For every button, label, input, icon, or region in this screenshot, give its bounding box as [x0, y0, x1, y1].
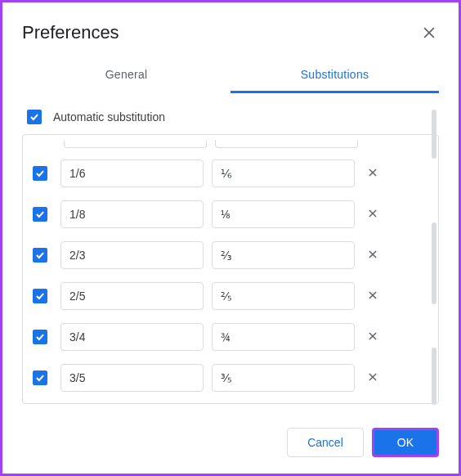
substitution-checkbox[interactable] [33, 166, 47, 181]
delete-row-button[interactable] [363, 206, 383, 223]
delete-row-button[interactable] [363, 165, 383, 182]
close-icon [367, 371, 378, 383]
scrollbar-thumb[interactable] [432, 222, 436, 304]
substitution-row: 1/6 ⅙ [31, 153, 430, 194]
substitution-checkbox[interactable] [33, 370, 47, 385]
delete-row-button[interactable] [363, 247, 383, 264]
replace-input[interactable]: 3/4 [60, 323, 204, 351]
check-icon [34, 168, 46, 179]
check-icon [34, 372, 46, 384]
close-icon [367, 208, 378, 219]
scrollbar-thumb[interactable] [432, 348, 436, 405]
close-icon [367, 330, 378, 342]
with-input[interactable]: ⅙ [212, 159, 355, 187]
auto-substitution-label: Automatic substitution [53, 110, 165, 123]
substitution-row: 2/3 ⅔ [31, 235, 430, 276]
replace-input[interactable]: 2/5 [60, 282, 204, 310]
dialog-title: Preferences [22, 22, 119, 43]
substitutions-rows[interactable]: 1/6 ⅙ 1/8 ⅛ 2/3 ⅔ [23, 135, 438, 404]
substitution-checkbox[interactable] [33, 289, 47, 303]
with-input[interactable]: ⅛ [212, 200, 355, 228]
close-icon [367, 249, 378, 260]
replace-input[interactable]: 1/6 [60, 159, 204, 187]
with-input[interactable]: ¾ [212, 323, 355, 351]
replace-input[interactable]: 3/5 [60, 364, 204, 392]
substitution-checkbox[interactable] [33, 248, 47, 263]
check-icon [34, 249, 46, 261]
auto-substitution-row: Automatic substitution [22, 110, 439, 124]
check-icon [34, 331, 46, 343]
substitution-checkbox[interactable] [33, 207, 47, 222]
check-icon [29, 111, 40, 123]
delete-row-button[interactable] [363, 288, 383, 305]
check-icon [34, 290, 46, 302]
substitutions-table: 1/6 ⅙ 1/8 ⅛ 2/3 ⅔ [22, 134, 439, 404]
close-icon [367, 167, 378, 178]
delete-row-button[interactable] [363, 370, 383, 387]
close-icon [421, 25, 437, 41]
preferences-dialog: Preferences General Substitutions Automa… [2, 2, 459, 474]
auto-substitution-checkbox[interactable] [27, 110, 42, 124]
replace-input-partial[interactable] [64, 140, 207, 148]
check-icon [34, 209, 46, 220]
substitution-row: 1/8 ⅛ [31, 194, 430, 235]
with-input-partial[interactable] [215, 140, 358, 148]
cancel-button[interactable]: Cancel [287, 428, 364, 457]
partial-row-bottom [31, 398, 430, 404]
close-icon [367, 290, 378, 301]
substitution-checkbox[interactable] [33, 330, 47, 344]
with-input[interactable]: ⅖ [212, 282, 355, 310]
ok-button[interactable]: OK [372, 428, 439, 457]
partial-row-top [31, 141, 430, 153]
tab-substitutions[interactable]: Substitutions [230, 58, 439, 93]
delete-row-button[interactable] [363, 329, 383, 346]
dialog-header: Preferences [22, 22, 439, 43]
dialog-footer: Cancel OK [22, 411, 439, 474]
substitution-row: 3/4 ¾ [31, 317, 430, 357]
with-input[interactable]: ⅔ [212, 241, 355, 269]
close-button[interactable] [419, 23, 439, 43]
substitution-row: 3/5 ⅗ [31, 357, 430, 398]
with-input[interactable]: ⅗ [212, 364, 355, 392]
scrollbar-thumb[interactable] [432, 110, 436, 159]
tabs: General Substitutions [22, 58, 439, 93]
content-area: Automatic substitution 1/6 ⅙ [22, 110, 439, 411]
replace-input[interactable]: 1/8 [60, 200, 204, 228]
tab-general[interactable]: General [22, 58, 230, 93]
replace-input[interactable]: 2/3 [60, 241, 204, 269]
substitution-row: 2/5 ⅖ [31, 276, 430, 317]
